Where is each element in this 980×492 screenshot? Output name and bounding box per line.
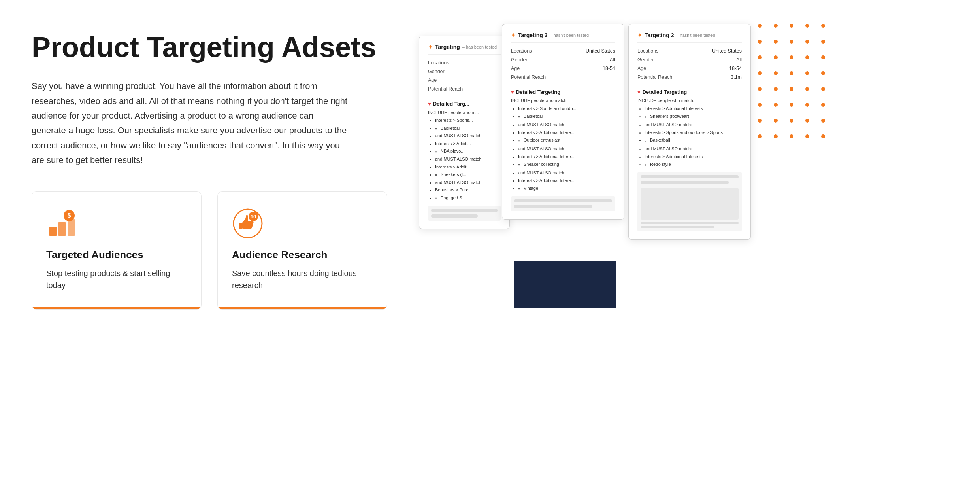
svg-rect-6 xyxy=(239,223,242,229)
adset-2-subtitle: – hasn't been tested xyxy=(550,33,589,38)
list-item: Interests > Sports and outdoors > Sports xyxy=(645,129,742,136)
list-item: Interests > Sports... xyxy=(435,117,501,124)
card-title-research: Audience Research xyxy=(232,249,373,261)
adset-2-locations-row: Locations United States xyxy=(511,48,615,54)
list-item: Outdoor enthusiast xyxy=(524,137,615,144)
page-title: Product Targeting Adsets xyxy=(32,32,387,63)
adset-3-interest-list: Interests > Additional Interests Sneaker… xyxy=(637,105,742,168)
adset-1-include-text: INCLUDE people who m... xyxy=(428,110,501,115)
adset-3-age-label: Age xyxy=(637,66,646,71)
adset-3-locations-row: Locations United States xyxy=(637,48,742,54)
audience-research-card: 10 Audience Research Save countless hour… xyxy=(217,191,387,310)
adset-3-subtitle: – hasn't been tested xyxy=(676,33,715,38)
list-item: Basketball xyxy=(524,113,615,120)
list-item: Basketball xyxy=(650,137,742,144)
audience-research-icon: 10 xyxy=(232,208,264,239)
adset-1-detailed-title: Detailed Targ... xyxy=(433,101,469,107)
adset-2-reach-row: Potential Reach xyxy=(511,74,615,80)
list-item: NBA playo... xyxy=(441,148,501,155)
adset-1-header: ✦ Targeting – has been tested xyxy=(428,44,501,55)
list-item: and MUST ALSO match: xyxy=(435,132,501,140)
adset-3-age-row: Age 18-54 xyxy=(637,66,742,71)
adset-3-title: Targeting 2 xyxy=(645,32,674,38)
adset-1-locations-label: Locations xyxy=(428,60,449,66)
heart-icon-1: ♥ xyxy=(428,101,431,107)
svg-text:$: $ xyxy=(68,212,71,219)
list-item: Sneaker collecting xyxy=(518,161,615,168)
adset-3-gender-label: Gender xyxy=(637,57,654,62)
adset-2-interest-list: Interests > Sports and outdo... Basketba… xyxy=(511,105,615,192)
list-item: Basketball xyxy=(645,137,742,144)
targeted-audiences-card: $ Targeted Audiences Stop testing produc… xyxy=(32,191,202,310)
adset-3-detailed: ♥ Detailed Targeting INCLUDE people who … xyxy=(637,85,742,168)
adset-2-detailed-title: Detailed Targeting xyxy=(516,89,560,95)
adset-2-age-value: 18-54 xyxy=(603,66,615,71)
adset-1-locations-row: Locations xyxy=(428,60,501,66)
adset-3-header: ✦ Targeting 2 – hasn't been tested xyxy=(637,32,742,43)
adset-3-include-text: INCLUDE people who match: xyxy=(637,98,742,103)
adset-3-gender-row: Gender All xyxy=(637,57,742,62)
dark-background-block xyxy=(514,261,616,308)
adset-1-title: Targeting xyxy=(435,44,460,50)
list-item: and MUST ALSO match: xyxy=(435,179,501,186)
adset-2-locations-value: United States xyxy=(586,48,615,54)
list-item: Sneakers (footwear) xyxy=(645,113,742,120)
adset-2-age-row: Age 18-54 xyxy=(511,66,615,71)
svg-text:10: 10 xyxy=(251,214,256,220)
adset-1-detailed: ♥ Detailed Targ... INCLUDE people who m.… xyxy=(428,97,501,202)
adset-3-reach-value: 3.1m xyxy=(731,74,742,80)
adset-2-title: Targeting 3 xyxy=(518,32,547,38)
hero-description: Say you have a winning product. You have… xyxy=(32,79,348,167)
adset-2-detailed-header: ♥ Detailed Targeting xyxy=(511,89,615,95)
heart-icon-2: ♥ xyxy=(511,89,514,95)
list-item: Sneakers (f... xyxy=(441,171,501,178)
adset-2-footer xyxy=(511,196,615,211)
targeting-icon-2: ✦ xyxy=(511,32,516,38)
left-section: Product Targeting Adsets Say you have a … xyxy=(32,24,387,310)
list-item: Vintage xyxy=(524,185,615,192)
adset-2-gender-row: Gender All xyxy=(511,57,615,62)
adset-3-detailed-title: Detailed Targeting xyxy=(643,89,687,95)
list-item: Sneaker collecting xyxy=(524,161,615,168)
list-item: Interests > Additional Interests xyxy=(645,105,742,112)
adset-card-1: ✦ Targeting – has been tested Locations … xyxy=(419,36,510,229)
right-section: ✦ Targeting – has been tested Locations … xyxy=(403,24,830,301)
adset-1-gender-label: Gender xyxy=(428,69,445,74)
adset-card-3: ✦ Targeting 2 – hasn't been tested Locat… xyxy=(628,24,751,240)
adset-2-reach-label: Potential Reach xyxy=(511,74,546,80)
list-item: Basketball xyxy=(441,125,501,132)
list-item: Interests > Additional Intere... xyxy=(518,177,615,184)
adset-1-gender-row: Gender xyxy=(428,69,501,74)
adset-1-reach-label: Potential Reach xyxy=(428,86,463,92)
card-desc-research: Save countless hours doing tedious resea… xyxy=(232,267,373,291)
adset-1-reach-row: Potential Reach xyxy=(428,86,501,92)
adset-cards-container: ✦ Targeting – has been tested Locations … xyxy=(403,24,830,240)
adset-1-interest-list: Interests > Sports... Basketball and MUS… xyxy=(428,117,501,202)
list-item: Interests > Additi... xyxy=(435,140,501,148)
adset-3-reach-label: Potential Reach xyxy=(637,74,672,80)
adset-3-detailed-header: ♥ Detailed Targeting xyxy=(637,89,742,95)
list-item: Behaviors > Purc... xyxy=(435,187,501,194)
list-item: Sneakers (footwear) xyxy=(650,113,742,120)
heart-icon-3: ♥ xyxy=(637,89,641,95)
svg-rect-1 xyxy=(58,222,66,236)
list-item: Interests > Additional Intere... xyxy=(518,129,615,136)
list-item: and MUST ALSO match: xyxy=(435,156,501,163)
adset-2-locations-label: Locations xyxy=(511,48,532,54)
list-item: Interests > Additional Intere... xyxy=(518,153,615,161)
adset-3-locations-value: United States xyxy=(712,48,742,54)
adset-2-gender-value: All xyxy=(610,57,615,62)
targeting-icon-3: ✦ xyxy=(637,32,642,38)
list-item: Basketball xyxy=(518,113,615,120)
list-item: Basketball xyxy=(435,125,501,132)
list-item: Interests > Additi... xyxy=(435,164,501,171)
adset-2-header: ✦ Targeting 3 – hasn't been tested xyxy=(511,32,615,43)
adset-1-age-label: Age xyxy=(428,78,437,83)
must-also-2c: and MUST ALSO match: xyxy=(518,170,615,177)
adset-1-footer xyxy=(428,206,501,221)
feature-cards-row: $ Targeted Audiences Stop testing produc… xyxy=(32,191,387,310)
list-item: Engaged S... xyxy=(435,195,501,202)
adset-3-reach-row: Potential Reach 3.1m xyxy=(637,74,742,80)
list-item: Engaged S... xyxy=(441,195,501,202)
card-title-targeted: Targeted Audiences xyxy=(46,249,187,261)
